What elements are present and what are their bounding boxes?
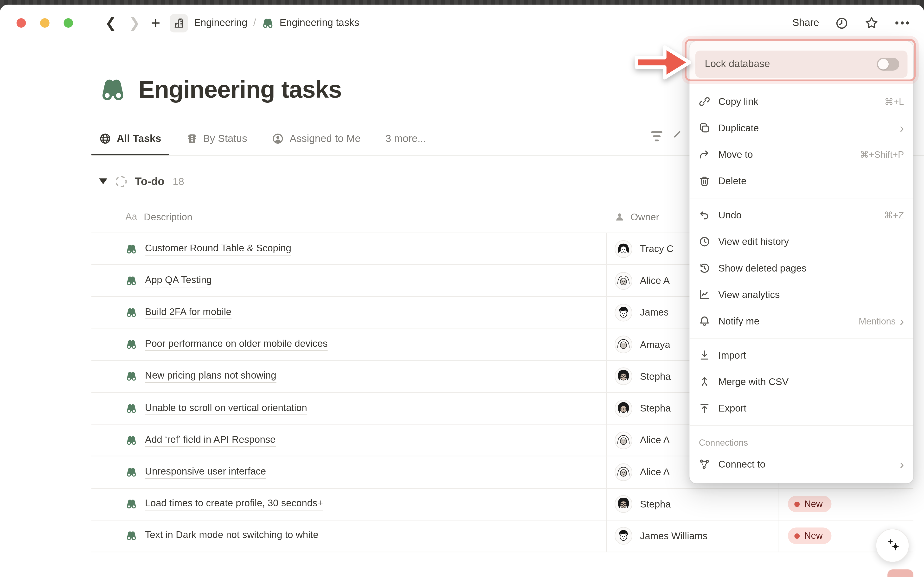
menu-item-label: View analytics (718, 289, 904, 300)
breadcrumb-page[interactable]: Engineering tasks (280, 17, 359, 29)
view-options (651, 131, 685, 141)
menu-divider (689, 425, 913, 425)
breadcrumb-workspace[interactable]: Engineering (194, 17, 247, 29)
cell-description[interactable]: Build 2FA for mobile (92, 297, 606, 328)
tab-all-tasks[interactable]: All Tasks (92, 122, 169, 155)
ellipsis-icon[interactable] (895, 21, 910, 26)
share-button[interactable]: Share (792, 17, 819, 29)
binoculars-icon[interactable] (99, 76, 127, 104)
duplicate-icon (698, 122, 711, 134)
owner-name: James (640, 307, 669, 318)
task-title[interactable]: Customer Round Table & Scoping (145, 242, 291, 255)
task-title[interactable]: Build 2FA for mobile (145, 306, 231, 319)
cell-description[interactable]: Unable to scroll on vertical orientation (92, 393, 606, 424)
cell-description[interactable]: Load times to create profile, 30 seconds… (92, 488, 606, 520)
ai-assistant-button[interactable] (876, 529, 909, 562)
avatar (614, 400, 632, 417)
breadcrumb-separator: / (253, 17, 256, 29)
task-title[interactable]: App QA Testing (145, 274, 212, 287)
binoculars-icon (126, 371, 137, 382)
cell-description[interactable]: Add ‘ref’ field in API Response (92, 424, 606, 456)
status-badge[interactable]: New (788, 528, 831, 544)
close-window-button[interactable] (17, 18, 26, 27)
sidebar-menu-icon[interactable] (75, 17, 90, 29)
cell-description[interactable]: Poor performance on older mobile devices (92, 329, 606, 360)
text-type-icon: Aa (126, 211, 137, 222)
task-title[interactable]: Unable to scroll on vertical orientation (145, 402, 307, 415)
task-title[interactable]: Add ‘ref’ field in API Response (145, 434, 276, 446)
owner-name: Stepha (640, 371, 671, 382)
cell-description[interactable]: Text in Dark mode not switching to white (92, 520, 606, 551)
avatar (614, 432, 632, 449)
menu-item-accessory: Mentions› (859, 315, 904, 327)
menu-item-duplicate[interactable]: Duplicate› (689, 115, 913, 141)
table-row[interactable]: Text in Dark mode not switching to white… (92, 520, 913, 552)
new-page-icon[interactable]: + (151, 14, 160, 32)
workspace-building-icon[interactable] (169, 14, 188, 32)
tab-by-status[interactable]: By Status (178, 122, 255, 155)
view-tabs: All Tasks By Status Assigned to Me 3 mor… (92, 122, 434, 155)
cell-description[interactable]: Customer Round Table & Scoping (92, 233, 606, 264)
star-icon[interactable] (864, 16, 879, 30)
menu-item-accessory: ⌘+Shift+P (860, 149, 904, 160)
menu-item-accessory: ⌘+Z (884, 210, 904, 221)
menu-item-notify-me[interactable]: Notify meMentions› (689, 308, 913, 334)
column-header-description[interactable]: Aa Description (92, 211, 606, 222)
back-icon[interactable]: ❮ (105, 16, 117, 30)
triangle-down-icon[interactable] (99, 179, 107, 184)
group-header-todo: To-do 18 (99, 171, 184, 192)
owner-name: Tracy C (640, 243, 674, 255)
menu-item-label: Connect to (718, 459, 892, 470)
zoom-window-button[interactable] (63, 18, 73, 27)
cell-status[interactable]: New (778, 488, 913, 520)
clock-icon[interactable] (835, 16, 848, 30)
shortcut-label: ⌘+L (884, 96, 904, 107)
tab-assigned-to-me[interactable]: Assigned to Me (264, 122, 368, 155)
binoculars-icon (126, 434, 137, 446)
menu-item-import[interactable]: Import (689, 342, 913, 369)
menu-item-label: View edit history (718, 236, 904, 248)
toolbar-left: ❮ ❯ + Engineering / Engineering tasks (75, 11, 359, 35)
menu-item-move-to[interactable]: Move to⌘+Shift+P (689, 142, 913, 168)
avatar (614, 272, 632, 289)
task-title[interactable]: New pricing plans not showing (145, 370, 276, 383)
owner-name: Amaya (640, 339, 670, 350)
menu-item-view-edit-history[interactable]: View edit history (689, 229, 913, 255)
cell-description[interactable]: New pricing plans not showing (92, 361, 606, 392)
forward-icon[interactable]: ❯ (129, 16, 140, 30)
task-title[interactable]: Text in Dark mode not switching to white (145, 529, 318, 542)
owner-name: Stepha (640, 403, 671, 414)
menu-item-delete[interactable]: Delete (689, 168, 913, 194)
tab-more[interactable]: 3 more... (378, 122, 434, 155)
menu-item-label: Show deleted pages (718, 263, 904, 274)
export-icon (698, 402, 711, 414)
chevron-right-icon: › (900, 458, 904, 471)
menu-item-connect-to[interactable]: Connect to› (689, 451, 913, 477)
annotation-arrow-icon (634, 44, 693, 81)
task-title[interactable]: Unresponsive user interface (145, 466, 266, 479)
filter-funnel-icon[interactable] (651, 131, 663, 141)
group-name[interactable]: To-do (135, 175, 164, 188)
menu-item-view-analytics[interactable]: View analytics (689, 281, 913, 308)
menu-item-export[interactable]: Export (689, 395, 913, 422)
menu-item-merge-with-csv[interactable]: Merge with CSV (689, 369, 913, 395)
cell-description[interactable]: Unresponsive user interface (92, 456, 606, 488)
cell-owner[interactable]: James Williams (606, 520, 778, 551)
cell-description[interactable]: App QA Testing (92, 265, 606, 296)
page-header: Engineering tasks (99, 76, 342, 104)
table-row[interactable]: Load times to create profile, 30 seconds… (92, 488, 913, 521)
screenshot-stage: ❮ ❯ + Engineering / Engineering tasks Sh… (0, 0, 924, 577)
status-badge[interactable]: New (788, 496, 831, 512)
avatar (614, 463, 632, 481)
task-title[interactable]: Load times to create profile, 30 seconds… (145, 498, 323, 511)
minimize-window-button[interactable] (40, 18, 50, 27)
menu-item-show-deleted-pages[interactable]: Show deleted pages (689, 255, 913, 281)
menu-item-copy-link[interactable]: Copy link⌘+L (689, 88, 913, 115)
clock-icon (698, 235, 711, 248)
link-icon (698, 95, 711, 108)
globe-icon (99, 132, 111, 145)
menu-item-undo[interactable]: Undo⌘+Z (689, 202, 913, 229)
task-title[interactable]: Poor performance on older mobile devices (145, 338, 327, 351)
binoculars-icon (126, 402, 137, 414)
cell-owner[interactable]: Stepha (606, 488, 778, 520)
